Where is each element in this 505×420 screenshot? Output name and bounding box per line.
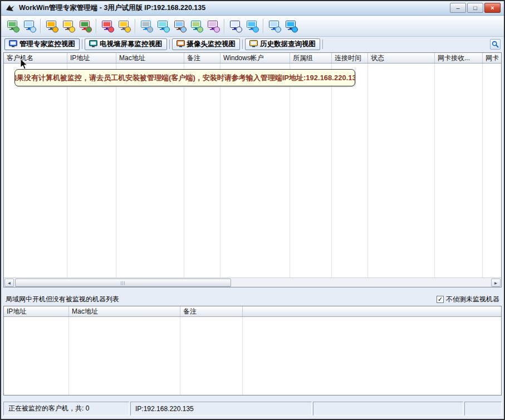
- monitor-view-icon: [9, 40, 17, 49]
- grid-line: [482, 64, 483, 279]
- toolbar-separator: [96, 19, 97, 33]
- unmonitored-list-header: IP地址Mac地址备注: [4, 306, 501, 317]
- unmonitored-panel-title: 局域网中开机但没有被监视的机器列表: [6, 295, 119, 304]
- tab-label: 历史数据查询视图: [260, 40, 316, 49]
- status-monitored-count: 正在被监控的客户机，共: 0: [3, 402, 129, 416]
- tab-3[interactable]: 摄像头监控视图: [172, 38, 241, 50]
- network-upload-icon[interactable]: [283, 18, 300, 34]
- scrollbar-thumb[interactable]: [15, 279, 231, 287]
- unmonitored-list-body[interactable]: [4, 317, 501, 395]
- client-list: 客户机名IP地址Mac地址备注Windows帐户所属组连接时间状态网卡接收...…: [3, 52, 502, 287]
- column-header-1[interactable]: 客户机名: [4, 53, 67, 64]
- minimize-button[interactable]: –: [450, 3, 466, 13]
- computer-settings-icon[interactable]: [43, 18, 60, 34]
- grid-line: [116, 64, 116, 279]
- checkbox-box[interactable]: ✓: [437, 296, 444, 303]
- title-bar[interactable]: WorkWin管理专家管理端 - 3用户试用版 IP:192.168.220.1…: [1, 1, 504, 16]
- usb-key-icon[interactable]: [116, 18, 133, 34]
- column-header-4[interactable]: 备注: [184, 53, 220, 64]
- column-header-6[interactable]: 所属组: [290, 53, 332, 64]
- grid-line: [290, 64, 290, 279]
- shopping-cart-icon[interactable]: [266, 18, 283, 34]
- scroll-left-button[interactable]: ◄: [4, 279, 14, 287]
- users-icon[interactable]: [77, 18, 94, 34]
- column-header-3[interactable]: Mac地址: [116, 53, 184, 64]
- toolbar-separator: [40, 19, 41, 33]
- grid-line: [68, 317, 69, 395]
- tab-separator: [242, 40, 243, 49]
- monitored-count-text: 正在被监控的客户机，共: 0: [8, 404, 89, 413]
- traffic-chart-icon[interactable]: [244, 18, 261, 34]
- grid-line: [331, 64, 332, 279]
- tab-bar: 管理专家监控视图电视墙屏幕监控视图摄像头监控视图历史数据查询视图: [1, 37, 504, 52]
- window-title: WorkWin管理专家管理端 - 3用户试用版 IP:192.168.220.1…: [19, 3, 205, 13]
- grid-line: [67, 64, 67, 279]
- column-header-8[interactable]: 状态: [368, 53, 435, 64]
- tab-separator: [322, 40, 323, 49]
- maximize-icon: □: [473, 5, 477, 11]
- column-header-2[interactable]: Mac地址: [69, 306, 180, 317]
- column-header-3[interactable]: 备注: [180, 306, 243, 317]
- tab-separator: [169, 40, 170, 49]
- status-ip: IP:192.168.220.135: [130, 402, 312, 416]
- grid-line: [180, 317, 180, 395]
- close-button[interactable]: ×: [484, 3, 501, 13]
- tab-4[interactable]: 历史数据查询视图: [245, 38, 320, 50]
- scroll-right-button[interactable]: ►: [491, 279, 501, 287]
- grid-line: [367, 64, 368, 279]
- toolbar: [1, 16, 504, 37]
- status-bar: 正在被监控的客户机，共: 0 IP:192.168.220.135: [1, 399, 504, 419]
- find-computer-icon[interactable]: [171, 18, 188, 34]
- window-controls: – □ ×: [450, 3, 501, 13]
- search-icon[interactable]: [490, 39, 501, 50]
- grid-line: [184, 64, 184, 279]
- toolbar-separator: [224, 19, 225, 33]
- app-icon: [6, 4, 16, 13]
- grid-line: [434, 64, 435, 279]
- screen-monitor-icon[interactable]: [138, 18, 155, 34]
- column-header-9[interactable]: 网卡接收...: [435, 53, 483, 64]
- column-header-1[interactable]: IP地址: [4, 306, 69, 317]
- pie-chart-icon[interactable]: [21, 18, 38, 34]
- status-resize-panel: [464, 402, 502, 416]
- search-record-icon[interactable]: [99, 18, 116, 34]
- toolbar-separator: [263, 19, 264, 33]
- tab-label: 管理专家监控视图: [19, 40, 75, 49]
- remote-control-icon[interactable]: [4, 18, 21, 34]
- tv-wall-icon: [89, 40, 97, 49]
- history-query-icon: [249, 40, 258, 49]
- client-list-header: 客户机名IP地址Mac地址备注Windows帐户所属组连接时间状态网卡接收...…: [4, 53, 501, 64]
- tab-1[interactable]: 管理专家监控视图: [4, 38, 80, 50]
- column-header-7[interactable]: 连接时间: [332, 53, 368, 64]
- app-window: WorkWin管理专家管理端 - 3用户试用版 IP:192.168.220.1…: [0, 0, 505, 420]
- info-tooltip: 如果没有计算机被监控，请去员工机安装被管理端(客户端)，安装时请参考输入管理端I…: [14, 69, 355, 86]
- report-icon[interactable]: [227, 18, 244, 34]
- close-icon: ×: [491, 5, 494, 11]
- column-header-2[interactable]: IP地址: [67, 53, 116, 64]
- tab-2[interactable]: 电视墙屏幕监控视图: [85, 38, 167, 50]
- tab-label: 摄像头监控视图: [187, 40, 236, 49]
- screen-broadcast-icon[interactable]: [155, 18, 171, 34]
- horizontal-scrollbar[interactable]: ◄ ►: [4, 277, 501, 287]
- unmonitored-list: IP地址Mac地址备注: [3, 306, 502, 395]
- camera-view-icon: [176, 40, 185, 49]
- grid-line: [242, 317, 243, 395]
- tab-separator: [82, 40, 82, 49]
- detect-unmonitored-checkbox[interactable]: ✓ 不侦测未监视机器: [437, 295, 499, 304]
- mouse-cursor: [20, 59, 29, 70]
- mail-monitor-icon[interactable]: [60, 18, 77, 34]
- minimize-icon: –: [456, 5, 459, 11]
- file-transfer-icon[interactable]: [188, 18, 205, 34]
- column-header-10[interactable]: 网卡: [483, 53, 501, 64]
- status-empty-panel: [313, 402, 463, 416]
- ip-text: IP:192.168.220.135: [135, 405, 194, 413]
- column-header-5[interactable]: Windows帐户: [220, 53, 290, 64]
- grid-line: [220, 64, 220, 279]
- tab-label: 电视墙屏幕监控视图: [100, 40, 163, 49]
- unmonitored-panel-header: 局域网中开机但没有被监视的机器列表 ✓ 不侦测未监视机器: [6, 295, 499, 304]
- checkbox-label: 不侦测未监视机器: [446, 295, 499, 304]
- toolbar-separator: [135, 19, 136, 33]
- cd-burn-icon[interactable]: [205, 18, 222, 34]
- maximize-button[interactable]: □: [467, 3, 483, 13]
- client-list-body[interactable]: [4, 64, 501, 279]
